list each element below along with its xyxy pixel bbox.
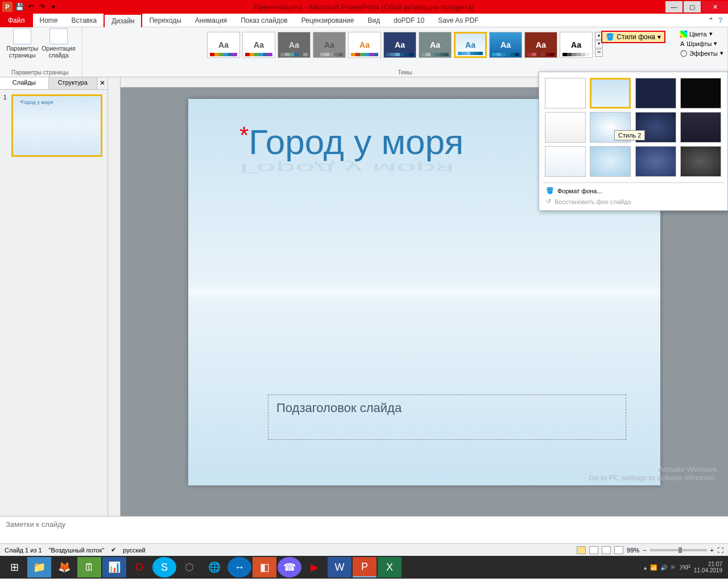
bg-style-8[interactable] — [680, 112, 721, 143]
viber-icon[interactable]: ☎ — [278, 557, 301, 577]
theme-thumb-2[interactable]: Aa — [242, 32, 275, 58]
notes-pane[interactable]: Заметки к слайду — [0, 516, 728, 543]
app-icon-3[interactable]: ⬡ — [177, 557, 201, 577]
network-icon[interactable]: 📶 — [650, 564, 657, 571]
zoom-out-icon[interactable]: − — [643, 547, 646, 554]
bg-style-9[interactable] — [545, 146, 586, 177]
tab-slides[interactable]: Слайды — [0, 77, 49, 89]
group-background: Цвета ▾ AШрифты ▾ ◯Эффекты ▾ — [678, 30, 726, 57]
ribbon-design: Параметры страницы Ориентация слайда Пар… — [0, 27, 728, 77]
restore-background-menu: ↺Восстановить фон слайда — [543, 196, 724, 207]
system-tray: ▴ 📶 🔊 🏳 УКР 21:07 11.04.2019 — [644, 561, 726, 573]
spellcheck-icon[interactable]: ✔ — [111, 546, 116, 554]
fit-window-icon[interactable]: ⛶ — [717, 547, 723, 554]
status-slide: Слайд 1 из 1 — [5, 547, 42, 554]
undo-icon[interactable]: ↶ — [26, 2, 35, 11]
file-explorer-icon[interactable]: 📁 — [27, 557, 51, 577]
zoom-slider[interactable] — [650, 549, 707, 551]
powerpoint-icon[interactable]: P — [353, 557, 377, 577]
volume-icon[interactable]: 🔊 — [660, 564, 667, 571]
help-icon[interactable]: ? — [718, 16, 722, 24]
theme-thumb-7[interactable]: Aa — [419, 32, 452, 58]
tab-saveaspdf[interactable]: Save As PDF — [431, 14, 485, 27]
bg-style-4[interactable] — [680, 78, 721, 109]
theme-thumb-3[interactable]: Aa — [278, 32, 311, 58]
qat-dropdown-icon[interactable]: ▾ — [49, 2, 58, 11]
zoom-in-icon[interactable]: + — [710, 547, 714, 554]
slide-orientation-button[interactable]: Ориентация слайда — [42, 28, 76, 59]
quick-access-toolbar: P 💾 ↶ ↷ ▾ — [0, 2, 60, 12]
bg-style-11[interactable] — [635, 146, 676, 177]
tab-outline[interactable]: Структура — [49, 77, 98, 89]
theme-thumb-9[interactable]: Aa — [489, 32, 522, 58]
app-icon-5[interactable]: ▶ — [303, 557, 326, 577]
view-normal-button[interactable] — [577, 546, 586, 554]
tray-lang[interactable]: УКР — [680, 564, 690, 571]
format-background-menu[interactable]: 🪣Формат фона... — [543, 185, 724, 196]
slide-number: 1 — [3, 94, 9, 157]
tab-home[interactable]: Home — [33, 14, 65, 27]
theme-thumb-11[interactable]: Aa — [560, 32, 593, 58]
fonts-icon: A — [680, 40, 684, 47]
excel-icon[interactable]: X — [378, 557, 402, 577]
bucket-icon: 🪣 — [546, 187, 554, 194]
subtitle-placeholder[interactable]: Подзаголовок слайда — [268, 394, 626, 440]
theme-thumb-10[interactable]: Aa — [524, 32, 557, 58]
minimize-button[interactable]: — — [665, 1, 682, 13]
word-icon[interactable]: W — [328, 557, 351, 577]
panel-close-icon[interactable]: ✕ — [97, 77, 107, 89]
slide-thumbnail-1[interactable]: *Город у моря — [11, 94, 102, 157]
tab-insert[interactable]: Вставка — [65, 14, 104, 27]
bg-style-3[interactable] — [635, 78, 676, 109]
skype-icon[interactable]: S — [152, 557, 176, 577]
tray-up-icon[interactable]: ▴ — [644, 564, 647, 571]
group-page-setup: Параметры страницы Ориентация слайда Пар… — [0, 27, 82, 77]
tab-file[interactable]: Файл — [0, 14, 33, 27]
app-icon-2[interactable]: 📊 — [102, 557, 126, 577]
firefox-icon[interactable]: 🦊 — [52, 557, 76, 577]
theme-thumb-4[interactable]: Aa — [313, 32, 346, 58]
opera-icon[interactable]: O — [127, 557, 151, 577]
theme-thumb-8[interactable]: Aa — [454, 32, 487, 58]
tab-view[interactable]: Вид — [361, 14, 387, 27]
view-slideshow-button[interactable] — [614, 546, 623, 554]
tray-clock[interactable]: 21:07 11.04.2019 — [694, 561, 722, 573]
tab-animations[interactable]: Анимация — [188, 14, 234, 27]
powerpoint-logo-icon: P — [2, 2, 13, 12]
teamviewer-icon[interactable]: ↔ — [228, 557, 251, 577]
tab-review[interactable]: Рецензирование — [295, 14, 361, 27]
theme-thumb-1[interactable]: Aa — [207, 32, 240, 58]
tab-design[interactable]: Дизайн — [104, 14, 142, 27]
maximize-button[interactable]: ▢ — [684, 1, 701, 13]
bg-style-1[interactable] — [545, 78, 586, 109]
bg-style-12[interactable] — [680, 146, 721, 177]
bg-style-10[interactable] — [590, 146, 631, 177]
background-styles-button[interactable]: 🪣 Стили фона ▾ — [601, 31, 665, 43]
colors-dropdown[interactable]: Цвета ▾ — [678, 30, 726, 38]
tab-slideshow[interactable]: Показ слайдов — [234, 14, 295, 27]
zoom-value[interactable]: 99% — [627, 547, 639, 554]
page-setup-button[interactable]: Параметры страницы — [6, 28, 38, 59]
theme-thumb-5[interactable]: Aa — [348, 32, 381, 58]
redo-icon[interactable]: ↷ — [38, 2, 47, 11]
start-button[interactable]: ⊞ — [2, 557, 26, 577]
view-reading-button[interactable] — [602, 546, 611, 554]
orientation-icon — [49, 28, 68, 44]
bg-style-5[interactable] — [545, 112, 586, 143]
effects-dropdown[interactable]: ◯Эффекты ▾ — [678, 49, 726, 57]
vertical-ruler — [108, 77, 121, 516]
status-language[interactable]: русский — [123, 547, 145, 554]
fonts-dropdown[interactable]: AШрифты ▾ — [678, 39, 726, 48]
ribbon-minimize-icon[interactable]: ⌃ — [708, 16, 714, 24]
save-icon[interactable]: 💾 — [15, 2, 24, 11]
app-icon-4[interactable]: ◧ — [253, 557, 276, 577]
tab-transitions[interactable]: Переходы — [142, 14, 188, 27]
bg-style-2[interactable] — [590, 78, 631, 109]
close-button[interactable]: ✕ — [702, 1, 728, 13]
theme-thumb-6[interactable]: Aa — [383, 32, 416, 58]
flag-icon[interactable]: 🏳 — [671, 564, 676, 571]
tab-dopdf[interactable]: doPDF 10 — [387, 14, 431, 27]
view-sorter-button[interactable] — [589, 546, 598, 554]
chrome-icon[interactable]: 🌐 — [202, 557, 226, 577]
app-icon-1[interactable]: 🗓 — [77, 557, 101, 577]
